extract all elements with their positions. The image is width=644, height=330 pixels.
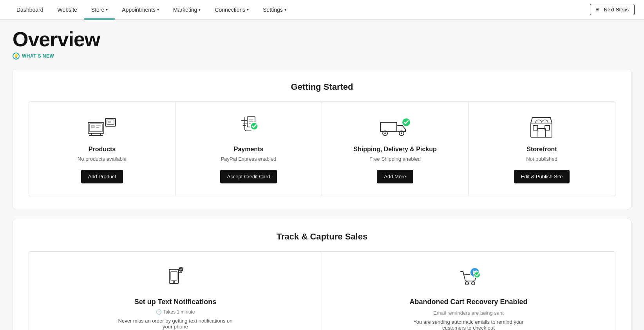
- accept-credit-card-button[interactable]: Accept Credit Card: [220, 170, 277, 183]
- cart-recovery-icon: [453, 264, 484, 292]
- notifications-icon: [160, 264, 191, 292]
- notifications-time: 🕐 Takes 1 minute: [156, 309, 195, 315]
- products-title: Products: [89, 146, 116, 153]
- svg-point-33: [173, 281, 175, 283]
- gs-item-storefront: Storefront Not published Edit & Publish …: [469, 102, 615, 196]
- svg-rect-1: [596, 9, 599, 10]
- add-more-button[interactable]: Add More: [377, 170, 413, 183]
- svg-point-36: [465, 282, 469, 285]
- notifications-desc: Never miss an order by getting text noti…: [113, 318, 238, 330]
- getting-started-grid: Products No products available Add Produ…: [29, 102, 615, 196]
- svg-rect-10: [109, 121, 110, 123]
- storefront-icon: [526, 114, 557, 140]
- whats-new-link[interactable]: 💡 What's New: [13, 53, 631, 60]
- chevron-down-icon: ▾: [247, 7, 249, 12]
- track-item-cart-recovery: Abandoned Cart Recovery Enabled Email re…: [322, 252, 615, 330]
- chevron-down-icon: ▾: [199, 7, 201, 12]
- storefront-title: Storefront: [526, 146, 557, 153]
- payments-subtitle: PayPal Express enabled: [221, 156, 277, 162]
- track-item-notifications: Set up Text Notifications 🕐 Takes 1 minu…: [29, 252, 322, 330]
- shipping-subtitle: Free Shipping enabled: [369, 156, 421, 162]
- storefront-subtitle: Not published: [526, 156, 557, 162]
- top-navigation: Dashboard Website Store ▾ Appointments ▾…: [0, 0, 644, 20]
- svg-rect-18: [380, 122, 397, 132]
- chevron-down-icon: ▾: [106, 7, 108, 12]
- shipping-title: Shipping, Delivery & Pickup: [353, 146, 437, 153]
- svg-rect-7: [96, 127, 99, 128]
- list-icon: [596, 7, 601, 13]
- edit-publish-site-button[interactable]: Edit & Publish Site: [514, 170, 570, 183]
- track-capture-title: Track & Capture Sales: [29, 232, 615, 242]
- svg-rect-2: [596, 11, 599, 11]
- gs-item-products: Products No products available Add Produ…: [29, 102, 175, 196]
- nav-item-dashboard[interactable]: Dashboard: [9, 0, 51, 20]
- shipping-icon: [380, 114, 411, 140]
- track-capture-grid: Set up Text Notifications 🕐 Takes 1 minu…: [29, 251, 615, 330]
- gs-item-shipping: Shipping, Delivery & Pickup Free Shippin…: [322, 102, 469, 196]
- whats-new-icon: 💡: [13, 53, 20, 60]
- products-icon: [87, 114, 118, 140]
- next-steps-button[interactable]: Next Steps: [590, 4, 635, 15]
- page-title: Overview: [13, 29, 631, 49]
- svg-point-22: [401, 132, 402, 134]
- cart-recovery-desc: You are sending automatic emails to remi…: [406, 319, 531, 330]
- svg-rect-5: [91, 125, 94, 128]
- svg-rect-6: [96, 125, 101, 126]
- add-product-button[interactable]: Add Product: [81, 170, 123, 183]
- cart-recovery-subtitle: Email reminders are being sent: [433, 310, 504, 316]
- chevron-down-icon: ▾: [284, 7, 286, 12]
- getting-started-title: Getting Started: [29, 82, 615, 92]
- nav-item-website[interactable]: Website: [51, 0, 84, 20]
- nav-item-settings[interactable]: Settings ▾: [256, 0, 293, 20]
- nav-item-store[interactable]: Store ▾: [84, 0, 115, 20]
- payments-icon: [233, 114, 264, 140]
- nav-item-marketing[interactable]: Marketing ▾: [166, 0, 208, 20]
- svg-point-37: [472, 282, 475, 285]
- payments-title: Payments: [234, 146, 264, 153]
- svg-rect-0: [596, 8, 599, 9]
- page-content: Overview 💡 What's New Getting Started: [0, 20, 644, 330]
- products-subtitle: No products available: [78, 156, 127, 162]
- svg-rect-28: [537, 129, 546, 137]
- cart-recovery-title: Abandoned Cart Recovery Enabled: [409, 298, 527, 306]
- nav-item-connections[interactable]: Connections ▾: [208, 0, 256, 20]
- clock-icon: 🕐: [156, 309, 162, 315]
- svg-point-20: [384, 132, 386, 134]
- notifications-title: Set up Text Notifications: [134, 298, 217, 306]
- gs-item-payments: Payments PayPal Express enabled Accept C…: [175, 102, 322, 196]
- getting-started-section: Getting Started: [13, 69, 631, 209]
- track-capture-section: Track & Capture Sales Set up: [13, 219, 631, 330]
- chevron-down-icon: ▾: [157, 7, 159, 12]
- svg-rect-32: [171, 272, 177, 280]
- nav-links: Dashboard Website Store ▾ Appointments ▾…: [9, 0, 590, 20]
- nav-item-appointments[interactable]: Appointments ▾: [115, 0, 166, 20]
